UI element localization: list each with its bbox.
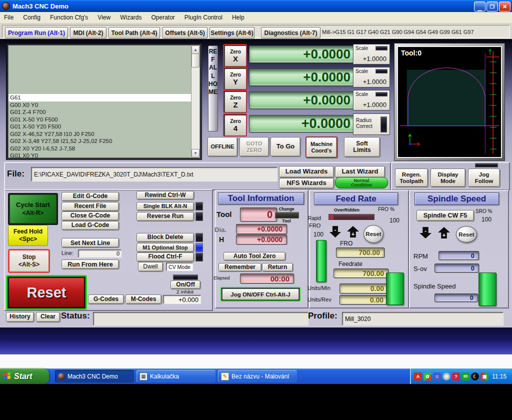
block-delete-button[interactable]: Block Delete: [136, 233, 194, 242]
tab-settings[interactable]: Settings (Alt-6): [210, 27, 254, 38]
gcode-line[interactable]: G01 Z-4 F700: [10, 108, 191, 116]
display-mode-button[interactable]: Display Mode: [430, 168, 466, 187]
gcode-line[interactable]: G02 X-46,52 Y27,58 I10 J0 F250: [10, 130, 191, 138]
fro-dro[interactable]: 700.00: [336, 248, 384, 258]
mcodes-button[interactable]: M-Codes: [126, 294, 162, 304]
to-go-button[interactable]: To Go: [270, 137, 300, 156]
file-path-field[interactable]: E:\PICAXE_DAVID\FREZKA_3020T_DJ\Mach3\TE…: [31, 167, 278, 182]
ref-all-home-button[interactable]: REF ALL HOME: [208, 46, 218, 132]
gcode-list[interactable]: G61 G00 X0 Y0 G01 Z-4 F700 G01 X-50 Y0 F…: [8, 45, 192, 158]
load-gcode-button[interactable]: Load G-Code: [62, 221, 119, 230]
pdf-tray-icon[interactable]: A: [414, 372, 422, 380]
feed-lower-button[interactable]: -: [330, 226, 341, 238]
single-blk-button[interactable]: Single BLK Alt-N: [136, 202, 194, 210]
gcode-line[interactable]: G01 X0 Y0: [10, 152, 191, 158]
z-scale-box[interactable]: Scale +1.0000: [353, 90, 390, 110]
h-dro[interactable]: +0.0000: [236, 234, 287, 244]
x-axis-dro[interactable]: +0.0000: [249, 46, 355, 63]
zero-4-button[interactable]: Zero4: [223, 114, 247, 136]
spindle-raise-button[interactable]: +: [438, 227, 450, 238]
minimize-icon[interactable]: ▁: [474, 2, 486, 12]
feed-hold-button[interactable]: Feed Hold<Spc>: [8, 225, 48, 246]
antivirus-tray-icon[interactable]: ✿: [424, 372, 432, 380]
spindle-lower-button[interactable]: -: [420, 227, 432, 238]
feedrate-slider[interactable]: [386, 272, 404, 305]
radius-correct-button[interactable]: Radius Correct: [353, 114, 390, 135]
gcode-line[interactable]: G00 X0 Y0: [10, 102, 191, 109]
edit-gcode-button[interactable]: Edit G-Code: [62, 192, 119, 201]
menu-item-help[interactable]: Help: [232, 14, 244, 21]
menu-item-view[interactable]: View: [98, 14, 110, 21]
stop-button[interactable]: Stop<Alt-S>: [8, 249, 50, 273]
fro-slider[interactable]: [316, 240, 326, 282]
menu-item-function-cfgs[interactable]: Function Cfg's: [50, 14, 88, 21]
gcode-line[interactable]: G01 X-50 Y0 F500: [10, 116, 191, 124]
rewind-button[interactable]: Rewind Ctrl-W: [136, 191, 194, 200]
set-next-line-button[interactable]: Set Next Line: [62, 238, 119, 248]
offline-button[interactable]: OFFLINE: [208, 137, 238, 156]
remember-button[interactable]: Remember: [218, 263, 262, 272]
gcode-line[interactable]: G02 X-3,48 Y27,58 I21,52 J-25,02 F250: [10, 138, 191, 145]
tab-tool-path[interactable]: Tool Path (Alt-4): [108, 27, 160, 38]
z-axis-dro[interactable]: +0.0000: [249, 92, 355, 109]
z-scale-value[interactable]: +1.0000: [363, 101, 386, 108]
restore-icon[interactable]: ❐: [486, 2, 498, 12]
display-tray-icon[interactable]: ▣: [480, 372, 488, 380]
zero-x-button[interactable]: ZeroX: [223, 44, 247, 67]
y-scale-box[interactable]: Scale +1.0000: [353, 67, 390, 88]
reset-button[interactable]: Reset: [6, 275, 87, 310]
y-scale-value[interactable]: +1.0000: [363, 78, 386, 86]
axis4-dro[interactable]: +0.0000: [249, 115, 355, 132]
return-button[interactable]: Return: [262, 263, 293, 272]
gcodes-button[interactable]: G-Codes: [88, 294, 124, 304]
load-wizards-button[interactable]: Load Wizards: [279, 166, 334, 178]
goto-zero-button[interactable]: GOTO ZERO: [240, 137, 269, 156]
start-button[interactable]: Start: [0, 368, 49, 384]
task-calculator[interactable]: ▦ Kalkulačka: [136, 370, 216, 382]
menu-item-file[interactable]: File: [4, 14, 14, 21]
scroll-down-icon[interactable]: ▼: [192, 149, 200, 158]
dia-dro[interactable]: +0.0000: [236, 224, 287, 234]
soft-limits-button[interactable]: Soft Limits: [344, 137, 380, 157]
y-axis-dro[interactable]: +0.0000: [249, 68, 355, 86]
jog-follow-button[interactable]: Jog Follow: [468, 168, 500, 187]
scroll-thumb[interactable]: [192, 54, 200, 68]
scroll-up-icon[interactable]: ▲: [192, 46, 200, 54]
change-tool-led-button[interactable]: [275, 212, 299, 218]
tab-program-run[interactable]: Program Run (Alt-1): [5, 27, 68, 38]
tab-offsets[interactable]: Offsets (Alt-5): [162, 27, 208, 38]
task-mach3[interactable]: Mach3 CNC Demo: [55, 370, 134, 382]
run-from-here-button[interactable]: Run From Here: [62, 260, 119, 269]
menu-item-plugin-control[interactable]: PlugIn Control: [184, 14, 222, 21]
task-paint[interactable]: ✎ Bez názvu - Malování: [218, 370, 297, 382]
history-button[interactable]: History: [6, 312, 34, 322]
tool-number-dro[interactable]: 0: [240, 208, 277, 222]
menu-item-operator[interactable]: Operator: [152, 14, 175, 21]
jog-onoff-button[interactable]: Jog ON/OFF Ctrl-Alt-J: [220, 287, 300, 302]
last-wizard-button[interactable]: Last Wizard: [335, 166, 385, 178]
tab-mdi[interactable]: MDI (Alt-2): [70, 27, 106, 38]
z-inhibit-value[interactable]: +0.000: [163, 295, 201, 304]
feed-raise-button[interactable]: +: [347, 226, 359, 238]
feed-reset-button[interactable]: Reset: [364, 225, 384, 243]
zero-z-button[interactable]: ZeroZ: [223, 90, 247, 113]
spindle-slider[interactable]: [478, 272, 496, 306]
close-gcode-button[interactable]: Close G-Code: [62, 212, 119, 220]
close-icon[interactable]: ✕: [499, 2, 510, 12]
x-scale-value[interactable]: +1.0000: [363, 55, 386, 62]
xara3d-tray-icon[interactable]: 3D: [462, 372, 470, 380]
moon-tray-icon[interactable]: ☾: [471, 372, 479, 380]
flood-button[interactable]: Flood Ctrl-F: [136, 252, 194, 262]
toolpath-canvas[interactable]: Tool:0: [397, 46, 502, 158]
cd-burner-tray-icon[interactable]: [442, 372, 450, 380]
reverse-run-button[interactable]: Reverse Run: [136, 212, 194, 221]
spindle-reset-button[interactable]: Reset: [456, 226, 477, 242]
nfs-wizards-button[interactable]: NFS Wizards: [279, 178, 334, 188]
gcode-line[interactable]: G02 X0 Y20 I-6,52 J-7,58: [10, 145, 191, 152]
gcode-line[interactable]: G01 X-50 Y20 F500: [10, 123, 191, 130]
gcode-scrollbar[interactable]: ▲ ▼: [191, 45, 200, 158]
menu-item-wizards[interactable]: Wizards: [120, 14, 142, 21]
tab-diagnostics[interactable]: Diagnostics (Alt-7): [261, 27, 320, 38]
gcode-line-selected[interactable]: G61: [8, 94, 191, 102]
m1-optional-stop-button[interactable]: M1 Optional Stop: [136, 243, 194, 252]
